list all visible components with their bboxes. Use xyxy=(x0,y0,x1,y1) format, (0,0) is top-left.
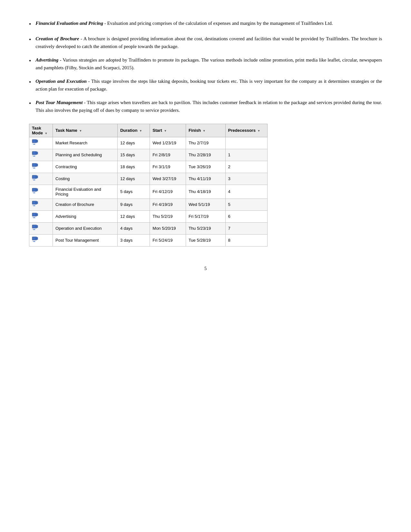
table-row: Post Tour Management3 daysFri 5/24/19Tue… xyxy=(29,234,268,246)
bullet-list: • Financial Evaluation and Pricing - Eva… xyxy=(29,19,382,114)
td-task-name-6: Creation of Brochure xyxy=(53,198,118,210)
gantt-table: TaskMode ▼ Task Name ▼ Duration ▼ Start … xyxy=(29,124,268,247)
bullet-body-3: Various strategies are adopted by Trailf… xyxy=(35,57,382,70)
td-finish-2: Thu 2/28/19 xyxy=(186,149,225,161)
th-duration-arrow[interactable]: ▼ xyxy=(139,129,142,132)
th-finish-label: Finish xyxy=(189,128,201,133)
td-predecessors-8: 7 xyxy=(225,222,267,234)
table-row: Planning and Scheduling15 daysFri 2/8/19… xyxy=(29,149,268,161)
td-finish-4: Thu 4/11/19 xyxy=(186,173,225,185)
bullet-dash-3: - xyxy=(58,57,63,63)
task-mode-icon-6 xyxy=(32,201,39,208)
td-task-name-1: Market Research xyxy=(53,137,118,149)
bullet-dash-5: - xyxy=(83,100,87,105)
bullet-text-2: Creation of Brochure - A brochure is des… xyxy=(35,35,382,50)
task-mode-icon-2 xyxy=(32,151,39,159)
table-row: Advertising12 daysThu 5/2/19Fri 5/17/196 xyxy=(29,210,268,222)
bullet-dot-1: • xyxy=(29,20,31,29)
td-duration-3: 18 days xyxy=(117,161,150,173)
td-task-mode-8 xyxy=(29,222,53,234)
bullet-dot-4: • xyxy=(29,78,31,87)
td-predecessors-2: 1 xyxy=(225,149,267,161)
td-finish-3: Tue 3/26/19 xyxy=(186,161,225,173)
td-duration-6: 9 days xyxy=(117,198,150,210)
th-task-mode-arrow[interactable]: ▼ xyxy=(45,132,48,135)
td-duration-4: 12 days xyxy=(117,173,150,185)
td-task-name-7: Advertising xyxy=(53,210,118,222)
td-start-7: Thu 5/2/19 xyxy=(150,210,186,222)
task-mode-icon-4 xyxy=(32,175,39,183)
td-task-mode-9 xyxy=(29,234,53,246)
td-start-3: Fri 3/1/19 xyxy=(150,161,186,173)
th-finish[interactable]: Finish ▼ xyxy=(186,124,225,137)
td-finish-7: Fri 5/17/19 xyxy=(186,210,225,222)
table-row: Creation of Brochure9 daysFri 4/19/19Wed… xyxy=(29,198,268,210)
th-finish-arrow[interactable]: ▼ xyxy=(203,129,206,132)
th-task-name[interactable]: Task Name ▼ xyxy=(53,124,118,137)
th-predecessors-arrow[interactable]: ▼ xyxy=(258,129,260,132)
td-duration-2: 15 days xyxy=(117,149,150,161)
td-task-mode-5 xyxy=(29,185,53,198)
bullet-item-advertising: • Advertising - Various strategies are a… xyxy=(29,56,382,72)
td-finish-6: Wed 5/1/19 xyxy=(186,198,225,210)
bullet-body-2: A brochure is designed providing informa… xyxy=(35,36,382,49)
bullet-dot-3: • xyxy=(29,56,31,66)
task-mode-icon-5 xyxy=(32,188,39,196)
task-mode-icon-7 xyxy=(32,213,39,220)
table-row: Operation and Execution4 daysMon 5/20/19… xyxy=(29,222,268,234)
td-finish-1: Thu 2/7/19 xyxy=(186,137,225,149)
th-duration[interactable]: Duration ▼ xyxy=(117,124,150,137)
bullet-text-5: Post Tour Management - This stage arises… xyxy=(35,99,382,114)
th-task-mode-label: TaskMode xyxy=(32,126,43,135)
td-predecessors-6: 5 xyxy=(225,198,267,210)
td-task-name-5: Financial Evaluation and Pricing xyxy=(53,185,118,198)
table-row: Contracting18 daysFri 3/1/19Tue 3/26/192 xyxy=(29,161,268,173)
page-number: 5 xyxy=(29,266,382,271)
td-task-mode-1 xyxy=(29,137,53,149)
td-task-mode-4 xyxy=(29,173,53,185)
task-mode-icon-9 xyxy=(32,237,39,244)
td-start-1: Wed 1/23/19 xyxy=(150,137,186,149)
td-task-mode-6 xyxy=(29,198,53,210)
td-duration-9: 3 days xyxy=(117,234,150,246)
bullet-dash-1: - xyxy=(103,21,107,26)
bullet-text-4: Operation and Execution - This stage inv… xyxy=(35,77,382,93)
td-task-name-9: Post Tour Management xyxy=(53,234,118,246)
table-row: Financial Evaluation and Pricing5 daysFr… xyxy=(29,185,268,198)
td-task-name-4: Costing xyxy=(53,173,118,185)
td-finish-9: Tue 5/28/19 xyxy=(186,234,225,246)
th-start-arrow[interactable]: ▼ xyxy=(164,129,167,132)
bullet-bold-5: Post Tour Management xyxy=(35,100,83,105)
table-row: Market Research12 daysWed 1/23/19Thu 2/7… xyxy=(29,137,268,149)
bullet-text-3: Advertising - Various strategies are ado… xyxy=(35,56,382,72)
th-duration-label: Duration xyxy=(120,128,137,133)
bullet-bold-4: Operation and Execution xyxy=(35,79,87,84)
td-task-name-2: Planning and Scheduling xyxy=(53,149,118,161)
bullet-bold-2: Creation of Brochure xyxy=(35,36,79,41)
td-start-9: Fri 5/24/19 xyxy=(150,234,186,246)
td-duration-1: 12 days xyxy=(117,137,150,149)
bullet-dash-2: - xyxy=(79,36,83,41)
th-task-name-arrow[interactable]: ▼ xyxy=(79,129,82,132)
td-start-4: Wed 3/27/19 xyxy=(150,173,186,185)
td-duration-5: 5 days xyxy=(117,185,150,198)
td-task-name-3: Contracting xyxy=(53,161,118,173)
td-start-8: Mon 5/20/19 xyxy=(150,222,186,234)
th-predecessors[interactable]: Predecessors ▼ xyxy=(225,124,267,137)
bullet-item-operation: • Operation and Execution - This stage i… xyxy=(29,77,382,93)
td-task-mode-7 xyxy=(29,210,53,222)
td-predecessors-9: 8 xyxy=(225,234,267,246)
th-start-label: Start xyxy=(152,128,162,133)
th-task-mode[interactable]: TaskMode ▼ xyxy=(29,124,53,137)
bullet-text-1: Financial Evaluation and Pricing - Evalu… xyxy=(35,19,382,27)
page-number-value: 5 xyxy=(204,266,207,271)
td-task-mode-2 xyxy=(29,149,53,161)
td-start-5: Fri 4/12/19 xyxy=(150,185,186,198)
bullet-dot-5: • xyxy=(29,99,31,108)
table-row: Costing12 daysWed 3/27/19Thu 4/11/193 xyxy=(29,173,268,185)
table-header-row: TaskMode ▼ Task Name ▼ Duration ▼ Start … xyxy=(29,124,268,137)
td-start-2: Fri 2/8/19 xyxy=(150,149,186,161)
task-mode-icon-8 xyxy=(32,225,39,232)
th-start[interactable]: Start ▼ xyxy=(150,124,186,137)
td-finish-8: Thu 5/23/19 xyxy=(186,222,225,234)
